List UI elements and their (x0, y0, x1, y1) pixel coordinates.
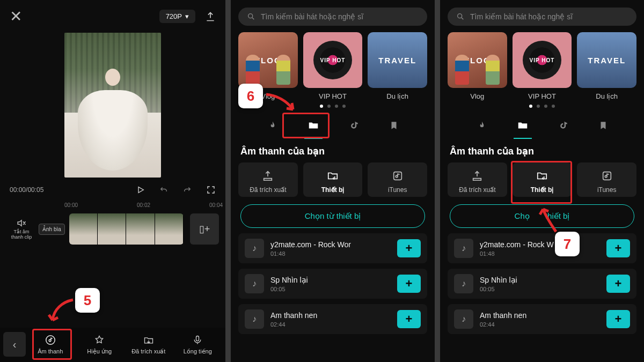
music-note-icon: ♪ (454, 309, 473, 329)
audio-tool[interactable]: Âm thanh (26, 334, 75, 354)
add-song-button[interactable]: + (397, 275, 421, 293)
add-song-button[interactable]: + (606, 239, 630, 257)
song-row[interactable]: ♪ y2mate.com - Rock W 01:48 + (448, 233, 636, 263)
music-note-icon (45, 334, 56, 346)
category-vlog[interactable]: VLOG (238, 32, 298, 88)
section-title: Âm thanh của bạn (440, 136, 644, 162)
redo-icon[interactable] (182, 185, 192, 195)
song-row[interactable]: ♪ Am thanh nen 02:44 + (448, 304, 636, 334)
category-vlog[interactable]: VLOG (448, 32, 507, 88)
search-placeholder: Tìm kiếm bài hát hoặc nghệ sĩ (261, 12, 363, 21)
ruler-mark: 00:04 (209, 202, 223, 208)
folder-music-icon (536, 170, 548, 182)
search-placeholder: Tìm kiếm bài hát hoặc nghệ sĩ (470, 12, 573, 21)
tab-folder[interactable] (508, 115, 537, 136)
tab-bookmark[interactable] (590, 116, 617, 135)
step-5-callout: 5 (75, 288, 100, 313)
add-song-button[interactable]: + (606, 275, 630, 293)
song-row[interactable]: ♪ Sp Nhìn lại 00:05 + (448, 269, 636, 299)
category-label: VIP HOT (513, 92, 572, 100)
music-note-icon: ♪ (245, 309, 264, 329)
step-7-callout: 7 (555, 232, 580, 256)
source-extracted[interactable]: Đã trích xuất (448, 162, 507, 197)
add-song-button[interactable]: + (397, 310, 421, 328)
ruler-mark: 00:00 (64, 202, 78, 208)
fullscreen-icon[interactable] (206, 185, 216, 195)
song-row[interactable]: ♪ Am thanh nen 02:44 + (238, 304, 427, 334)
search-input[interactable]: Tìm kiếm bài hát hoặc nghệ sĩ (448, 8, 636, 26)
itunes-icon (392, 170, 404, 182)
category-label: VIP HOT (303, 92, 363, 100)
category-viphot[interactable]: VIP HOT (513, 32, 572, 88)
search-icon (456, 12, 465, 21)
timeline[interactable]: 00:00 00:02 00:04 Tắt âm thanh clip Ảnh … (0, 198, 225, 247)
tab-bookmark[interactable] (380, 116, 407, 135)
mic-icon (192, 334, 203, 346)
itunes-icon (601, 170, 613, 182)
step-6-callout: 6 (238, 84, 263, 108)
ruler-mark: 00:02 (137, 202, 150, 208)
add-song-button[interactable]: + (397, 239, 421, 257)
category-label: Du lịch (577, 92, 636, 100)
add-song-button[interactable]: + (606, 310, 630, 328)
video-clip[interactable] (69, 213, 184, 245)
play-icon[interactable] (136, 186, 145, 194)
close-icon[interactable]: ✕ (10, 8, 22, 25)
undo-icon[interactable] (159, 185, 169, 195)
carousel-dots[interactable] (440, 102, 644, 112)
mute-clip-button[interactable]: Tắt âm thanh clip (9, 218, 34, 240)
time-display: 00:00/00:05 (10, 186, 43, 194)
category-label: Vlog (448, 92, 507, 100)
tab-tiktok[interactable] (340, 116, 368, 135)
chevron-down-icon: ▾ (185, 12, 189, 20)
export-icon[interactable] (205, 11, 216, 22)
editor-panel: ✕ 720P ▾ 00:00/00:05 (0, 0, 225, 362)
step-7-arrow (536, 204, 562, 236)
svg-point-4 (458, 14, 462, 18)
category-travel[interactable]: TRAVEL (577, 32, 636, 88)
tab-folder[interactable] (299, 115, 328, 136)
tab-trending[interactable] (468, 116, 496, 135)
voiceover-tool[interactable]: Lồng tiếng (173, 334, 223, 355)
back-button[interactable]: ‹ (3, 332, 26, 357)
extract-icon (262, 170, 274, 182)
source-device[interactable]: Thiết bị (513, 162, 572, 197)
music-note-icon: ♪ (245, 239, 264, 258)
folder-music-icon (327, 170, 339, 182)
source-itunes[interactable]: iTunes (577, 162, 636, 197)
add-clip-button[interactable]: ▯+ (190, 213, 219, 245)
extracted-tool[interactable]: Đã trích xuất (124, 334, 173, 355)
song-row[interactable]: ♪ Sp Nhìn lại 00:05 + (238, 269, 427, 299)
tab-tiktok[interactable] (550, 116, 577, 135)
folder-out-icon (143, 334, 154, 346)
category-label: Du lịch (368, 92, 427, 100)
svg-rect-1 (196, 336, 199, 341)
cover-button[interactable]: Ảnh bìa (39, 224, 65, 235)
resolution-value: 720P (166, 12, 182, 20)
music-panel-step6: Tìm kiếm bài hát hoặc nghệ sĩ VLOG VIP H… (231, 0, 435, 362)
tab-trending[interactable] (259, 116, 287, 135)
svg-point-2 (248, 14, 253, 18)
song-row[interactable]: ♪ y2mate.com - Rock Wor 01:48 + (238, 233, 427, 263)
select-from-device-button[interactable]: Chọn từ thiết bị (240, 204, 425, 228)
section-title: Âm thanh của bạn (231, 136, 435, 162)
step-6-arrow (263, 90, 301, 117)
search-icon (247, 12, 255, 21)
video-preview[interactable] (64, 33, 161, 178)
category-viphot[interactable]: VIP HOT (303, 32, 363, 88)
source-itunes[interactable]: iTunes (368, 162, 427, 197)
effects-tool[interactable]: Hiệu ứng (75, 334, 125, 355)
source-extracted[interactable]: Đã trích xuất (238, 162, 298, 197)
search-input[interactable]: Tìm kiếm bài hát hoặc nghệ sĩ (238, 8, 427, 26)
source-device[interactable]: Thiết bị (303, 162, 363, 197)
music-note-icon: ♪ (454, 274, 473, 293)
music-note-icon: ♪ (454, 239, 473, 258)
extract-icon (471, 170, 483, 182)
bottom-toolbar: ‹ Âm thanh Hiệu ứng Đã trích xuất Lồng t… (0, 328, 225, 362)
music-note-icon: ♪ (245, 274, 264, 293)
resolution-selector[interactable]: 720P ▾ (159, 10, 195, 23)
category-travel[interactable]: TRAVEL (368, 32, 427, 88)
step-5-arrow (46, 297, 78, 329)
star-icon (94, 334, 105, 346)
music-panel-step7: Tìm kiếm bài hát hoặc nghệ sĩ VLOG VIP H… (440, 0, 644, 362)
